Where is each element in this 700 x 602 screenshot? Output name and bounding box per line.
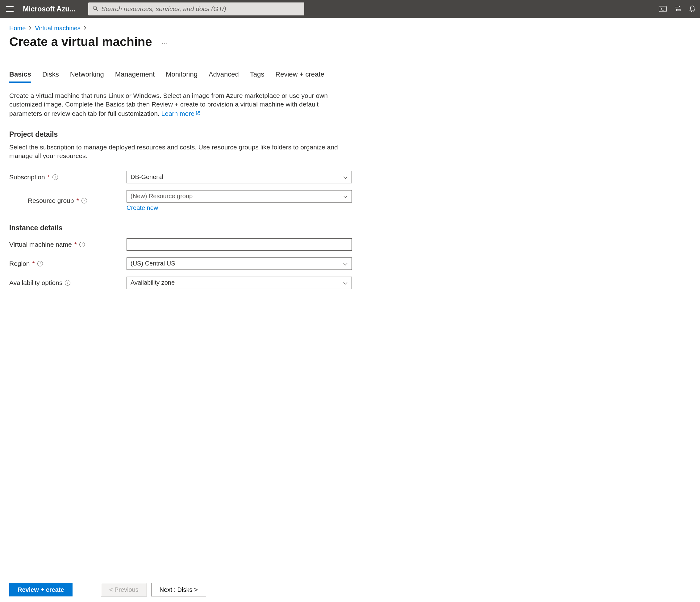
- chevron-down-icon: [343, 279, 348, 286]
- svg-point-3: [93, 6, 97, 9]
- learn-more-link[interactable]: Learn more: [161, 110, 200, 117]
- info-icon[interactable]: i: [79, 242, 85, 247]
- label-vm-name: Virtual machine name: [9, 241, 72, 248]
- brand-title: Microsoft Azu...: [23, 5, 75, 13]
- tab-monitoring[interactable]: Monitoring: [166, 70, 198, 83]
- required-asterisk: *: [76, 197, 79, 204]
- section-project-details-heading: Project details: [9, 130, 691, 139]
- top-bar: Microsoft Azu...: [0, 0, 700, 18]
- global-search[interactable]: [88, 2, 304, 16]
- wizard-tabs: Basics Disks Networking Management Monit…: [9, 70, 691, 83]
- breadcrumb-home[interactable]: Home: [9, 25, 26, 32]
- resource-group-value: (New) Resource group: [130, 193, 193, 200]
- external-link-icon: [196, 109, 200, 118]
- label-region: Region: [9, 260, 30, 267]
- info-icon[interactable]: i: [65, 280, 70, 286]
- breadcrumb-virtual-machines[interactable]: Virtual machines: [35, 25, 80, 32]
- required-asterisk: *: [32, 260, 35, 267]
- intro-text: Create a virtual machine that runs Linux…: [9, 91, 349, 118]
- page-title: Create a virtual machine: [9, 35, 152, 49]
- resource-group-select[interactable]: (New) Resource group: [127, 190, 352, 202]
- label-subscription: Subscription: [9, 173, 45, 181]
- tree-line-icon: [12, 187, 24, 201]
- label-resource-group: Resource group: [28, 197, 74, 204]
- tab-networking[interactable]: Networking: [70, 70, 104, 83]
- info-icon[interactable]: i: [38, 261, 43, 266]
- chevron-down-icon: [343, 173, 348, 180]
- tab-basics[interactable]: Basics: [9, 70, 31, 83]
- label-availability-options: Availability options: [9, 279, 62, 287]
- info-icon[interactable]: i: [52, 174, 58, 180]
- region-value: (US) Central US: [130, 260, 175, 267]
- directory-switch-icon[interactable]: [673, 4, 682, 14]
- tab-management[interactable]: Management: [115, 70, 155, 83]
- chevron-right-icon: [84, 26, 87, 31]
- more-actions-icon[interactable]: …: [159, 36, 170, 48]
- search-input[interactable]: [101, 5, 300, 13]
- tab-review-create[interactable]: Review + create: [275, 70, 324, 83]
- region-select[interactable]: (US) Central US: [127, 258, 352, 270]
- section-instance-details-heading: Instance details: [9, 224, 691, 232]
- required-asterisk: *: [48, 173, 50, 181]
- menu-icon[interactable]: [3, 2, 17, 16]
- chevron-down-icon: [343, 260, 348, 267]
- subscription-select[interactable]: DB-General: [127, 171, 352, 184]
- required-asterisk: *: [74, 241, 77, 248]
- subscription-value: DB-General: [130, 173, 163, 180]
- breadcrumb: Home Virtual machines: [9, 25, 691, 32]
- vm-name-input[interactable]: [127, 238, 352, 251]
- notifications-icon[interactable]: [688, 4, 697, 14]
- svg-rect-5: [659, 6, 666, 12]
- availability-options-select[interactable]: Availability zone: [127, 276, 352, 289]
- chevron-right-icon: [29, 26, 32, 31]
- tab-disks[interactable]: Disks: [42, 70, 59, 83]
- chevron-down-icon: [343, 193, 348, 200]
- search-icon: [93, 5, 98, 13]
- cloud-shell-icon[interactable]: [658, 4, 667, 14]
- create-new-resource-group-link[interactable]: Create new: [127, 204, 158, 212]
- section-project-details-desc: Select the subscription to manage deploy…: [9, 143, 349, 161]
- svg-line-7: [198, 112, 200, 114]
- svg-line-4: [96, 9, 98, 11]
- tab-tags[interactable]: Tags: [250, 70, 264, 83]
- availability-value: Availability zone: [130, 279, 175, 286]
- tab-advanced[interactable]: Advanced: [209, 70, 239, 83]
- info-icon[interactable]: i: [81, 198, 87, 203]
